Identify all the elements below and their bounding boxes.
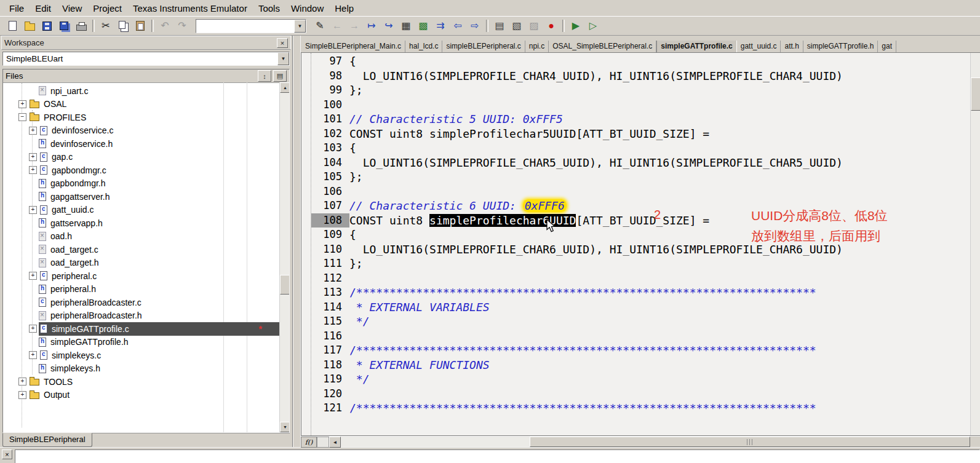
tree-item-simplegattprofile-h[interactable]: simpleGATTprofile.h — [3, 336, 279, 349]
code-line-101[interactable]: 101// Characteristic 5 UUID: 0xFFF5 — [311, 112, 970, 127]
tree-item-devinfoservice-h[interactable]: devinfoservice.h — [3, 137, 279, 151]
tree-item-oad-target-c[interactable]: oad_target.c — [3, 243, 279, 256]
code-line-97[interactable]: 97{ — [311, 54, 970, 69]
cut-button[interactable]: ✂ — [98, 18, 114, 34]
tree-scrollbar[interactable]: ▲ ▼ — [279, 82, 289, 432]
tab-hal-lcd-c[interactable]: hal_lcd.c — [405, 41, 442, 52]
tree-item-gattservapp-h[interactable]: gattservapp.h — [3, 216, 279, 230]
expander-icon[interactable]: + — [29, 325, 37, 333]
code-line-106[interactable]: 106 — [311, 184, 970, 199]
tree-item-oad-h[interactable]: oad.h — [3, 230, 279, 243]
editor-vscrollbar[interactable] — [970, 53, 980, 435]
menu-item-project[interactable]: Project — [87, 1, 127, 15]
workspace-config-select[interactable]: SimpleBLEUart ▼ — [2, 52, 290, 66]
tree-item-gapbondmgr-h[interactable]: gapbondmgr.h — [3, 177, 279, 191]
tab-att-h[interactable]: att.h — [781, 41, 803, 52]
debug-without-downloading-button[interactable]: ▷ — [585, 18, 601, 34]
tree-item-profiles[interactable]: −PROFILES — [3, 111, 279, 124]
chevron-down-icon[interactable]: ▼ — [277, 52, 289, 65]
tree-item-npi-uart-c[interactable]: npi_uart.c — [3, 84, 279, 98]
tree-item-peripheral-c[interactable]: +peripheral.c — [3, 269, 279, 283]
expander-icon[interactable]: + — [29, 206, 37, 214]
menu-item-texas-instruments-emulator[interactable]: Texas Instruments Emulator — [127, 1, 253, 15]
toggle-bookmark-button[interactable]: ✎ — [312, 18, 328, 34]
expander-icon[interactable]: + — [18, 100, 26, 108]
tree-item-oad-target-h[interactable]: oad_target.h — [3, 256, 279, 270]
code-line-116[interactable]: 116 — [311, 329, 970, 344]
code-line-105[interactable]: 105}; — [311, 170, 970, 184]
redo-button[interactable]: ↷ — [174, 18, 190, 34]
save-button[interactable] — [39, 18, 55, 34]
tab-simplebleperipheral-main-c[interactable]: SimpleBLEPeripheral_Main.c — [301, 41, 405, 52]
code-line-117[interactable]: 117/************************************… — [311, 343, 970, 358]
tab-simplebleperipheral-c[interactable]: simpleBLEPeripheral.c — [442, 41, 525, 52]
tree-item-peripheralbroadcaster-h[interactable]: peripheralBroadcaster.h — [3, 309, 279, 323]
code-line-98[interactable]: 98 LO_UINT16(SIMPLEPROFILE_CHAR4_UUID), … — [311, 69, 970, 84]
copy-button[interactable] — [115, 18, 131, 34]
tree-item-peripheral-h[interactable]: peripheral.h — [3, 283, 279, 296]
code-line-111[interactable]: 111}; — [311, 256, 970, 271]
tree-item-simplekeys-c[interactable]: +simplekeys.c — [3, 349, 279, 362]
code-line-113[interactable]: 113/************************************… — [311, 285, 970, 300]
workspace-tab-simpleblperipheral[interactable]: SimpleBLEPeripheral — [2, 433, 92, 447]
hscroll-thumb[interactable] — [530, 437, 970, 447]
tree-item-simplegattprofile-c[interactable]: +simpleGATTprofile.c* — [3, 322, 279, 336]
make-button[interactable]: ▩ — [415, 18, 431, 34]
tab-gat[interactable]: gat — [878, 41, 896, 52]
quick-search-button[interactable]: ↪ — [381, 18, 397, 34]
next-bookmark-button[interactable]: → — [346, 18, 362, 34]
scroll-up-button[interactable]: ▲ — [280, 82, 290, 93]
code-line-114[interactable]: 114 * EXTERNAL VARIABLES — [311, 300, 970, 315]
menu-item-window[interactable]: Window — [285, 1, 329, 15]
code-line-115[interactable]: 115 */ — [311, 314, 970, 329]
tree-item-output[interactable]: +Output — [3, 389, 279, 402]
code-line-100[interactable]: 100 — [311, 98, 970, 113]
code-line-120[interactable]: 120 — [311, 387, 970, 402]
messages-close-button[interactable]: × — [2, 449, 12, 459]
panel-splitter[interactable] — [293, 36, 301, 447]
code-line-118[interactable]: 118 * EXTERNAL FUNCTIONS — [311, 358, 970, 373]
expander-icon[interactable]: + — [29, 166, 37, 174]
tree-item-gap-c[interactable]: +gap.c — [3, 151, 279, 164]
code-line-104[interactable]: 104 LO_UINT16(SIMPLEPROFILE_CHAR5_UUID),… — [311, 156, 970, 170]
tab-osal-simplebleperipheral-c[interactable]: OSAL_SimpleBLEPeripheral.c — [549, 41, 656, 52]
go-button[interactable]: ⇉ — [432, 18, 448, 34]
expander-icon[interactable]: + — [18, 391, 26, 399]
expander-icon[interactable]: − — [18, 113, 26, 121]
expander-icon[interactable]: + — [29, 153, 37, 161]
chevron-down-icon[interactable]: ▼ — [294, 20, 306, 33]
code-line-121[interactable]: 121/************************************… — [311, 401, 970, 416]
files-options-button[interactable]: ▤ — [273, 70, 287, 82]
code-line-102[interactable]: 102CONST uint8 simpleProfilechar5UUID[AT… — [311, 127, 970, 141]
tab-gatt-uuid-c[interactable]: gatt_uuid.c — [737, 41, 781, 52]
code-line-119[interactable]: 119 */ — [311, 372, 970, 387]
compile-button[interactable]: ▤ — [492, 18, 508, 34]
paste-button[interactable] — [132, 18, 148, 34]
tree-item-gapbondmgr-c[interactable]: +gapbondmgr.c — [3, 164, 279, 177]
margin-toggle-button[interactable] — [317, 437, 329, 448]
tree-item-tools[interactable]: +TOOLS — [3, 375, 279, 389]
workspace-titlebar[interactable]: Workspace × — [1, 36, 291, 50]
breakpoint-gutter[interactable] — [301, 53, 311, 435]
expander-icon[interactable]: + — [29, 127, 37, 135]
hscroll-left-button[interactable]: ◄ — [329, 437, 341, 448]
function-list-button[interactable]: f() — [301, 437, 317, 448]
scroll-down-button[interactable]: ▼ — [280, 422, 290, 432]
tab-npi-c[interactable]: npi.c — [525, 41, 549, 52]
expander-icon[interactable]: + — [18, 378, 26, 386]
menu-item-edit[interactable]: Edit — [30, 1, 57, 15]
toolbar-combo[interactable]: ▼ — [196, 19, 306, 33]
tab-simplegattprofile-h[interactable]: simpleGATTprofile.h — [803, 41, 878, 52]
code-line-112[interactable]: 112 — [311, 271, 970, 286]
go-to-button[interactable]: ↦ — [364, 18, 380, 34]
save-all-button[interactable] — [56, 18, 72, 34]
code-line-99[interactable]: 99}; — [311, 83, 970, 98]
workspace-close-button[interactable]: × — [277, 38, 288, 48]
hscroll-track[interactable] — [341, 437, 970, 447]
open-file-button[interactable] — [22, 18, 38, 34]
tree-item-osal[interactable]: +OSAL — [3, 98, 279, 111]
code-line-103[interactable]: 103{ — [311, 141, 970, 156]
tree-item-peripheralbroadcaster-c[interactable]: peripheralBroadcaster.c — [3, 296, 279, 309]
undo-button[interactable]: ↶ — [157, 18, 173, 34]
expander-icon[interactable]: + — [29, 351, 37, 359]
